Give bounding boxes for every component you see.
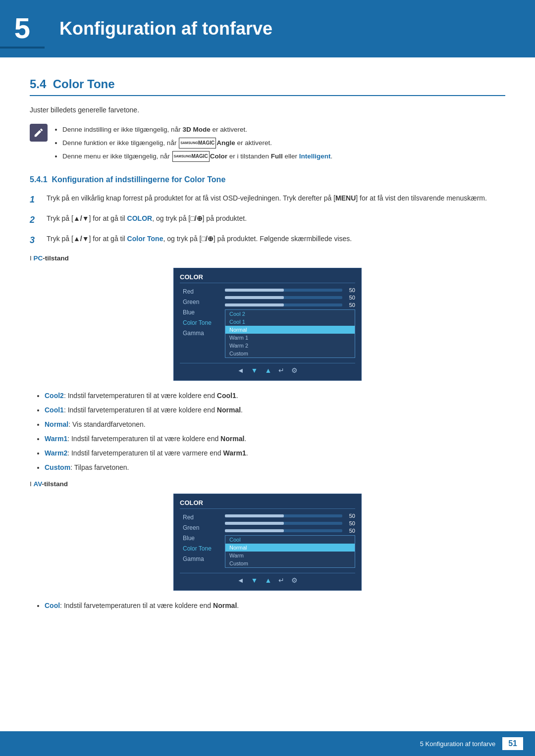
pc-menu-item-colortone: Color Tone — [180, 318, 222, 327]
pc-opt-normal: Normal: Vis standardfarvetonen. — [45, 419, 505, 430]
pc-menu-items: Red Green Blue Color Tone Gamma — [180, 287, 222, 358]
av-slider-red: 50 — [225, 513, 355, 519]
av-menu-body: Red Green Blue Color Tone Gamma 50 — [180, 513, 355, 568]
chapter-title: Konfiguration af tonfarve — [54, 18, 515, 39]
pc-opt-cool2: Cool2: Indstil farvetemperaturen til at … — [45, 391, 505, 401]
note-item-1: Denne indstilling er ikke tilgængelig, n… — [62, 123, 332, 136]
av-mode-label: I AV-tilstand — [30, 480, 505, 488]
step-2-text: Tryk på [▲/▼] for at gå til COLOR, og tr… — [47, 213, 505, 224]
av-color-menu-container: COLOR Red Green Blue Color Tone Gamma — [30, 494, 505, 591]
note-item-2: Denne funktion er ikke tilgængelig, når … — [62, 136, 332, 150]
subsection-number: 5.4.1 — [30, 175, 48, 184]
av-icon-left: ◄ — [237, 576, 244, 584]
av-icon-up: ▲ — [265, 576, 271, 584]
av-slider-green-val: 50 — [345, 520, 355, 526]
subsection-title: Konfiguration af indstillingerne for Col… — [52, 175, 225, 184]
intro-text: Juster billedets generelle farvetone. — [30, 106, 505, 114]
magic-badge-color: SAMSUNGMAGIC — [172, 151, 210, 162]
pc-slider-green-fill — [225, 296, 284, 299]
pc-option-normal: Normal — [225, 326, 355, 334]
note-bold-3b: Full — [271, 152, 283, 160]
chapter-number: 5 — [0, 9, 45, 49]
pc-menu-item-red: Red — [180, 287, 222, 296]
av-icon-settings: ⚙ — [291, 576, 298, 584]
pc-menu-bottom-icons: ◄ ▼ ▲ ↵ ⚙ — [180, 363, 355, 374]
pc-option-cool1: Cool 1 — [225, 318, 355, 326]
pc-icon-left: ◄ — [237, 366, 244, 374]
steps-list: 1 Tryk på en vilkårlig knap forrest på p… — [30, 193, 505, 247]
pc-slider-green: 50 — [225, 295, 355, 301]
av-slider-green-bar — [225, 522, 342, 525]
step-2: 2 Tryk på [▲/▼] for at gå til COLOR, og … — [30, 213, 505, 227]
av-option-custom: Custom — [225, 559, 355, 567]
pc-menu-item-blue: Blue — [180, 308, 222, 317]
section-title: Color Tone — [53, 77, 115, 91]
pc-menu-body: Red Green Blue Color Tone Gamma 50 — [180, 287, 355, 358]
pc-slider-blue: 50 — [225, 302, 355, 308]
chapter-header: 5 Konfiguration af tonfarve — [0, 0, 535, 57]
pc-menu-title: COLOR — [180, 273, 355, 283]
note-bold-2: Angle — [216, 139, 235, 147]
pc-opt-custom: Custom: Tilpas farvetonen. — [45, 462, 505, 473]
pc-opt-warm2: Warm2: Indstil farvetemperaturen til at … — [45, 448, 505, 458]
pc-option-warm1: Warm 1 — [225, 334, 355, 342]
section-number: 5.4 — [30, 77, 46, 91]
av-menu-item-green: Green — [180, 523, 222, 532]
step-1: 1 Tryk på en vilkårlig knap forrest på p… — [30, 193, 505, 206]
pc-option-custom: Custom — [225, 350, 355, 357]
chapter-number-text: 5 — [14, 11, 30, 45]
av-color-menu: COLOR Red Green Blue Color Tone Gamma — [173, 494, 362, 591]
step-3: 3 Tryk på [▲/▼] for at gå til Color Tone… — [30, 234, 505, 247]
av-menu-item-colortone: Color Tone — [180, 544, 222, 553]
pc-dropdown-options: Cool 2 Cool 1 Normal Warm 1 Warm 2 Custo… — [225, 309, 355, 358]
av-dropdown-options: Cool Normal Warm Custom — [225, 535, 355, 568]
av-menu-item-blue: Blue — [180, 534, 222, 543]
av-menu-title: COLOR — [180, 499, 355, 509]
av-menu-item-red: Red — [180, 513, 222, 522]
note-list: Denne indstilling er ikke tilgængelig, n… — [54, 123, 332, 163]
pc-slider-blue-fill — [225, 303, 284, 306]
pc-slider-blue-val: 50 — [345, 302, 355, 308]
pc-options-list: Cool2: Indstil farvetemperaturen til at … — [30, 391, 505, 473]
av-opt-cool: Cool: Indstil farvetemperaturen til at v… — [45, 601, 505, 611]
pc-menu-right: 50 50 50 — [225, 287, 355, 358]
step-3-text: Tryk på [▲/▼] for at gå til Color Tone, … — [47, 234, 505, 244]
av-option-cool: Cool — [225, 536, 355, 544]
pc-color-menu: COLOR Red Green Blue Color Tone Gamma — [173, 268, 362, 381]
av-menu-bottom-icons: ◄ ▼ ▲ ↵ ⚙ — [180, 573, 355, 584]
pc-slider-green-bar — [225, 296, 342, 299]
av-mode-name: AV-tilstand — [34, 480, 68, 488]
pc-icon-up: ▲ — [265, 366, 271, 374]
subsection-heading: 5.4.1 Konfiguration af indstillingerne f… — [30, 175, 505, 184]
av-slider-blue-bar — [225, 529, 342, 532]
note-bold-3c: Intelligent — [299, 152, 331, 160]
pc-icon-settings: ⚙ — [291, 366, 298, 374]
av-menu-items: Red Green Blue Color Tone Gamma — [180, 513, 222, 568]
pc-menu-item-gamma: Gamma — [180, 329, 222, 338]
av-slider-red-val: 50 — [345, 513, 355, 519]
av-slider-blue: 50 — [225, 528, 355, 534]
av-option-normal: Normal — [225, 544, 355, 552]
av-slider-blue-val: 50 — [345, 528, 355, 534]
av-icon-down: ▼ — [251, 576, 258, 584]
pc-slider-red-val: 50 — [345, 287, 355, 293]
pc-slider-red-bar — [225, 289, 342, 292]
pc-opt-cool1: Cool1: Indstil farvetemperaturen til at … — [45, 405, 505, 415]
magic-badge-angle: SAMSUNGMAGIC — [179, 138, 216, 149]
av-slider-blue-fill — [225, 529, 284, 532]
pc-menu-item-green: Green — [180, 298, 222, 306]
step-2-number: 2 — [30, 213, 44, 227]
pc-mode-label: I PC-tilstand — [30, 254, 505, 262]
pc-slider-red: 50 — [225, 287, 355, 293]
pc-icon-down: ▼ — [251, 366, 258, 374]
pc-mode-name: PC-tilstand — [34, 254, 69, 262]
pc-color-menu-container: COLOR Red Green Blue Color Tone Gamma — [30, 268, 505, 381]
av-icon-enter: ↵ — [278, 576, 284, 584]
note-icon — [30, 124, 48, 142]
step-1-number: 1 — [30, 193, 44, 206]
pc-opt-warm1: Warm1: Indstil farvetemperaturen til at … — [45, 434, 505, 444]
pc-icon-enter: ↵ — [278, 366, 284, 374]
pc-option-warm2: Warm 2 — [225, 342, 355, 350]
section-heading: 5.4 Color Tone — [30, 77, 505, 96]
av-menu-item-gamma: Gamma — [180, 554, 222, 563]
